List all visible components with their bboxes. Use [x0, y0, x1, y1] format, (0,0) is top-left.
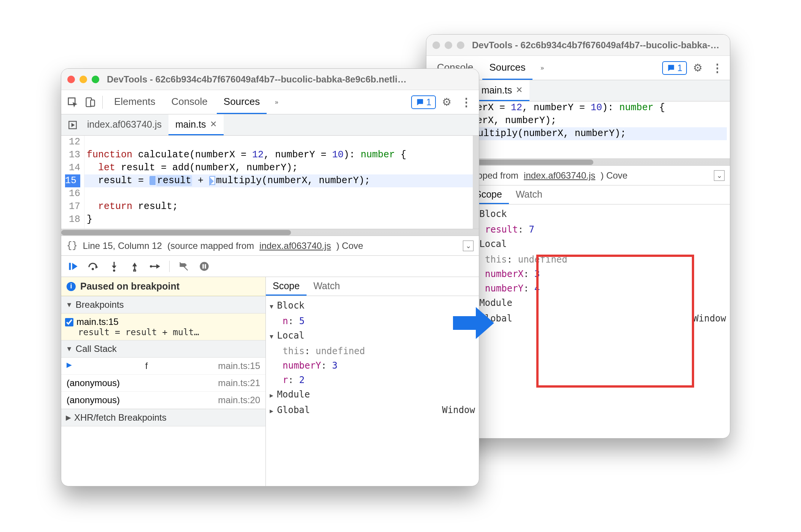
max-dot[interactable] [92, 76, 99, 83]
cursor-position: Line 15, Column 12 [83, 241, 162, 251]
issues-count: 1 [426, 97, 431, 108]
svg-point-15 [150, 265, 152, 268]
close-icon[interactable]: ✕ [516, 85, 523, 95]
close-icon[interactable]: ✕ [210, 119, 217, 129]
deactivate-breakpoints-icon[interactable] [177, 261, 190, 272]
right-pane: Scope Watch Block n: 5 Local this: undef… [266, 277, 479, 486]
svg-rect-19 [205, 264, 206, 269]
sourcemap-link[interactable]: index.af063740.js [524, 170, 595, 181]
coverage-toggle[interactable]: ⌄ [714, 170, 725, 181]
close-dot[interactable] [67, 76, 75, 83]
traffic-lights [67, 76, 99, 83]
file-tab-ts[interactable]: main.ts✕ [168, 114, 224, 135]
file-tab-js[interactable]: index.af063740.js [80, 114, 168, 135]
max-dot[interactable] [457, 41, 464, 49]
settings-icon[interactable]: ⚙ [438, 96, 455, 108]
panel-tabs: Elements Console Sources » 1 ⚙ ⋮ [61, 90, 479, 114]
highlight-box [536, 255, 694, 388]
section-xhr[interactable]: ▶XHR/fetch Breakpoints [61, 409, 265, 426]
code-editor[interactable]: 12 13 14 15 16 17 18 function calculate(… [61, 136, 479, 229]
file-tabs: index.af063740.js main.ts✕ [61, 114, 479, 136]
status-bar: {} Line 15, Column 12 (source mapped fro… [61, 236, 479, 255]
debugger-toolbar [61, 255, 479, 277]
titlebar[interactable]: DevTools - 62c6b934c4b7f676049af4b7--buc… [426, 35, 730, 56]
svg-rect-8 [69, 263, 71, 270]
tab-elements[interactable]: Elements [107, 90, 162, 114]
scope-global[interactable]: Global [270, 403, 310, 418]
device-icon[interactable] [83, 95, 98, 110]
more-tabs-icon[interactable]: » [535, 60, 550, 76]
svg-point-9 [92, 268, 94, 270]
breakpoint-file: main.ts:15 [76, 317, 260, 327]
svg-rect-18 [202, 264, 204, 269]
min-dot[interactable] [445, 41, 452, 49]
svg-point-17 [200, 262, 208, 271]
coverage-toggle[interactable]: ⌄ [463, 241, 474, 251]
scope-module[interactable]: Module [270, 387, 475, 403]
step-marker-icon [209, 176, 215, 185]
scope-block[interactable]: Block [472, 207, 726, 222]
scope-local[interactable]: Local [472, 237, 726, 252]
global-value: Window [442, 403, 475, 418]
section-callstack[interactable]: ▼Call Stack [61, 340, 265, 358]
titlebar[interactable]: DevTools - 62c6b934c4b7f676049af4b7--buc… [61, 69, 479, 90]
issues-count: 1 [677, 63, 682, 73]
breakpoint-code: result = result + mult… [76, 327, 260, 337]
scope-local[interactable]: Local [270, 328, 475, 344]
close-dot[interactable] [432, 41, 440, 49]
file-tab-ts[interactable]: main.ts✕ [475, 80, 530, 101]
tab-sources[interactable]: Sources [217, 90, 267, 114]
tab-watch[interactable]: Watch [509, 185, 549, 204]
inspect-icon[interactable] [65, 95, 80, 110]
more-tabs-icon[interactable]: » [269, 95, 284, 110]
issues-badge[interactable]: 1 [662, 61, 687, 75]
scope-block[interactable]: Block [270, 298, 475, 314]
tab-watch[interactable]: Watch [307, 277, 347, 296]
step-over-icon[interactable] [87, 262, 100, 271]
paused-banner: i Paused on breakpoint [61, 277, 265, 296]
devtools-window-a: DevTools - 62c6b934c4b7f676049af4b7--buc… [61, 68, 479, 486]
window-title: DevTools - 62c6b934c4b7f676049af4b7--buc… [472, 40, 724, 51]
kebab-icon[interactable]: ⋮ [709, 61, 726, 74]
step-icon[interactable] [149, 262, 162, 271]
message-icon [667, 64, 675, 72]
traffic-lights [432, 41, 464, 49]
braces-icon[interactable]: {} [67, 241, 78, 251]
scope-watch-tabs: Scope Watch [468, 185, 730, 204]
breakpoint-checkbox[interactable] [65, 318, 73, 326]
svg-rect-6 [91, 100, 95, 106]
pause-exceptions-icon[interactable] [198, 261, 211, 272]
horizontal-scrollbar[interactable] [61, 229, 479, 236]
scope-body: Block n: 5 Local this: undefined numberY… [266, 296, 479, 421]
tab-scope[interactable]: Scope [266, 277, 307, 296]
vertical-scrollbar[interactable] [473, 136, 479, 229]
line-gutter: 12 13 14 15 16 17 18 [61, 136, 84, 229]
debugger-lower: i Paused on breakpoint ▼Breakpoints main… [61, 277, 479, 486]
info-icon: i [67, 282, 76, 291]
arrow-icon [451, 300, 496, 346]
resume-icon[interactable] [67, 261, 79, 272]
window-title: DevTools - 62c6b934c4b7f676049af4b7--buc… [107, 74, 473, 85]
step-into-icon[interactable] [108, 261, 121, 272]
navigator-toggle-icon[interactable] [65, 120, 80, 130]
min-dot[interactable] [79, 76, 87, 83]
execution-marker-icon [149, 176, 156, 185]
global-value: Window [693, 311, 726, 327]
settings-icon[interactable]: ⚙ [689, 62, 706, 74]
message-icon [416, 98, 424, 106]
tab-sources[interactable]: Sources [482, 56, 532, 80]
section-breakpoints[interactable]: ▼Breakpoints [61, 296, 265, 314]
stack-frame[interactable]: (anonymous)main.ts:20 [61, 392, 265, 409]
kebab-icon[interactable]: ⋮ [458, 95, 475, 109]
tab-console[interactable]: Console [164, 90, 214, 114]
scope-watch-tabs: Scope Watch [266, 277, 479, 296]
code-body[interactable]: function calculate(numberX = 12, numberY… [84, 136, 479, 229]
svg-point-11 [113, 269, 115, 272]
issues-badge[interactable]: 1 [411, 95, 436, 109]
sourcemap-link[interactable]: index.af063740.js [259, 241, 331, 251]
left-pane: i Paused on breakpoint ▼Breakpoints main… [61, 277, 266, 486]
stack-frame[interactable]: fmain.ts:15 [61, 358, 265, 375]
breakpoint-item[interactable]: main.ts:15 result = result + mult… [61, 314, 265, 340]
stack-frame[interactable]: (anonymous)main.ts:21 [61, 375, 265, 392]
step-out-icon[interactable] [128, 261, 141, 272]
